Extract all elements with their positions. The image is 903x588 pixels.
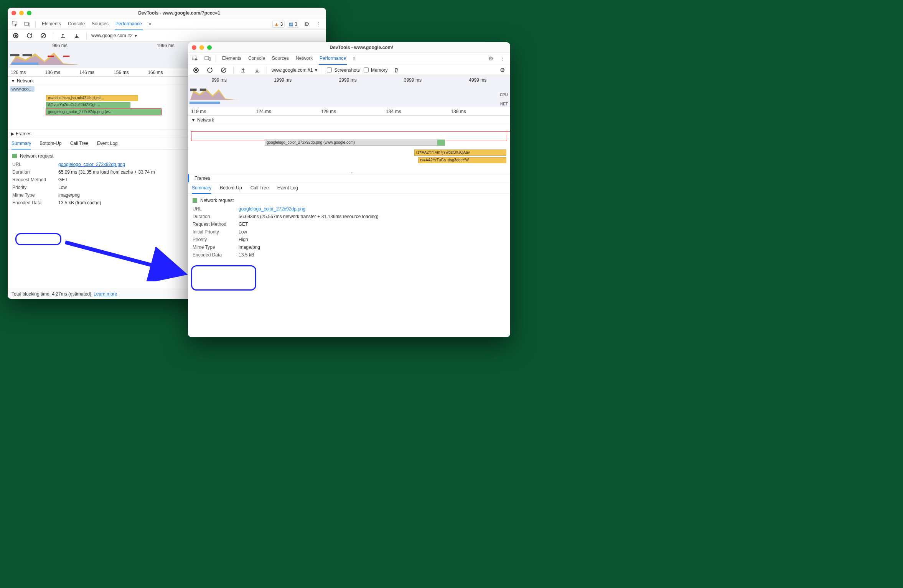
panel-heading: Network request [20,153,53,159]
value-priority: High [239,237,248,242]
tab-network[interactable]: Network [295,53,313,65]
ruler-tick: 134 ms [386,109,401,114]
timeline-overview[interactable]: 999 ms 1999 ms 2999 ms 3999 ms 4999 ms C… [188,76,510,107]
value-duration: 65.09 ms (31.35 ms load from cache + 33.… [58,169,155,175]
info-icon: ▤ [289,21,293,27]
device-toggle-icon[interactable] [203,54,213,63]
tab-sources[interactable]: Sources [271,53,290,65]
reload-icon[interactable] [25,31,35,40]
record-icon[interactable] [191,66,201,75]
minimize-icon[interactable] [199,45,204,50]
overview-tick: 4999 ms [469,77,486,83]
network-tracks[interactable]: googlelogo_color_272x92dp.png (www.googl… [188,124,510,174]
reload-icon[interactable] [205,66,215,75]
network-request-bar[interactable]: AGvuzYaZuuCrJpF1idZiOgh… [46,102,130,108]
ruler-tick: 146 ms [79,70,94,75]
trash-icon[interactable] [391,66,401,75]
subtab-call-tree[interactable]: Call Tree [250,182,269,194]
subtab-summary[interactable]: Summary [192,182,211,194]
performance-toolbar: www.google.com #2▾ [8,30,326,41]
svg-rect-7 [10,54,20,56]
label-url: URL [12,162,54,167]
learn-more-link[interactable]: Learn more [94,291,117,297]
network-request-bar-selected[interactable]: googlelogo_color_272x92dp.png (www.googl… [265,140,445,146]
info-badge[interactable]: ▤3 [287,21,299,28]
network-request-bar[interactable]: m=cdos,hsm,jsa,mb4ZUb,d,csi… [46,95,138,101]
kebab-menu-icon[interactable]: ⋮ [314,20,324,29]
titlebar: DevTools - www.google.com/ [188,42,510,53]
label-duration: Duration [12,169,54,175]
overview-tick: 1999 ms [274,77,292,83]
record-icon[interactable] [11,31,21,40]
label-priority: Priority [12,185,54,190]
ruler-tick: 136 ms [45,70,60,75]
recording-target-select[interactable]: www.google.com #1▾ [272,67,317,73]
inspect-element-icon[interactable] [190,54,200,63]
network-selection[interactable]: www.goo… [10,86,35,92]
tab-more[interactable]: » [148,18,152,30]
close-icon[interactable] [12,11,16,15]
warning-icon: ▲ [274,21,279,27]
performance-toolbar: www.google.com #1▾ Screenshots Memory ⚙ [188,64,510,76]
overview-tick: 1996 ms [157,43,175,48]
ruler-tick: 124 ms [256,109,271,114]
upload-icon[interactable] [58,31,68,40]
network-request-bar[interactable]: rs=AA2YrTvm7jYwbsf0XJQAav [414,149,506,156]
close-icon[interactable] [192,45,196,50]
chevron-down-icon: ▼ [11,78,15,84]
network-request-bar[interactable]: rs=AA2YrTuGs_dsg3deeYW [418,157,506,163]
recording-target-select[interactable]: www.google.com #2▾ [91,33,137,38]
ruler-tick: 139 ms [451,109,466,114]
request-url-link[interactable]: googlelogo_color_272x92dp.png [239,206,305,212]
warnings-badge[interactable]: ▲3 [272,21,285,28]
tab-performance[interactable]: Performance [115,18,143,30]
settings-icon[interactable]: ⚙ [302,20,311,29]
value-method: GET [239,222,248,227]
subtab-event-log[interactable]: Event Log [97,138,118,149]
tab-console[interactable]: Console [67,18,86,30]
svg-line-4 [42,34,45,37]
tab-elements[interactable]: Elements [41,18,62,30]
label-encoded: Encoded Data [193,252,235,258]
subtab-bottom-up[interactable]: Bottom-Up [40,138,61,149]
tab-console[interactable]: Console [247,53,266,65]
maximize-icon[interactable] [27,11,31,15]
device-toggle-icon[interactable] [22,20,32,29]
minimize-icon[interactable] [19,11,24,15]
tab-elements[interactable]: Elements [221,53,242,65]
subtab-call-tree[interactable]: Call Tree [70,138,89,149]
memory-checkbox[interactable]: Memory [364,67,387,73]
ruler-tick: 126 ms [11,70,26,75]
timeline-ruler[interactable]: 119 ms 124 ms 129 ms 134 ms 139 ms [188,107,510,116]
summary-pane: Network request URLgooglelogo_color_272x… [188,194,510,337]
download-icon[interactable] [252,66,262,75]
upload-icon[interactable] [238,66,248,75]
maximize-icon[interactable] [207,45,212,50]
value-initial-priority: Low [239,229,247,235]
inspect-element-icon[interactable] [10,20,20,29]
subtab-summary[interactable]: Summary [12,138,31,149]
screenshots-checkbox[interactable]: Screenshots [327,67,360,73]
kebab-menu-icon[interactable]: ⋮ [498,54,508,63]
label-mime: Mime Type [12,192,54,198]
network-section-header[interactable]: ▼Network [188,116,510,124]
network-request-bar-selected[interactable]: googlelogo_color_272x92dp.png (w… [46,109,161,115]
svg-rect-2 [29,23,30,26]
value-encoded: 13.5 kB [239,252,254,258]
tab-sources[interactable]: Sources [91,18,109,30]
capture-settings-icon[interactable]: ⚙ [497,66,507,75]
tab-more[interactable]: » [352,53,356,65]
settings-icon[interactable]: ⚙ [486,54,496,63]
frames-section-header[interactable]: Frames [188,174,510,182]
download-icon[interactable] [72,31,82,40]
clear-icon[interactable] [219,66,229,75]
ruler-tick: 129 ms [321,109,336,114]
request-url-link[interactable]: googlelogo_color_272x92dp.png [58,162,125,167]
subtab-bottom-up[interactable]: Bottom-Up [220,182,242,194]
value-mime: image/png [58,192,80,198]
svg-rect-13 [209,57,210,61]
clear-icon[interactable] [38,31,48,40]
subtab-event-log[interactable]: Event Log [277,182,298,194]
tab-performance[interactable]: Performance [319,53,347,65]
more-dots: … [349,168,354,174]
